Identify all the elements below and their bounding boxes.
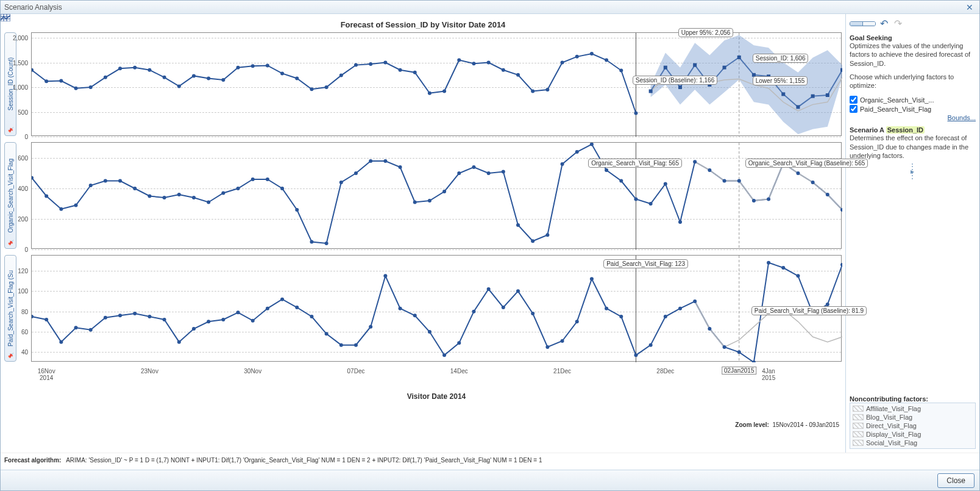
svg-point-81 (325, 242, 328, 245)
goal-seeking-header: Goal Seeking (850, 34, 976, 41)
svg-point-14 (192, 74, 196, 77)
svg-point-168 (708, 327, 711, 331)
svg-point-31 (442, 90, 446, 93)
svg-point-163 (634, 353, 637, 357)
svg-point-109 (737, 179, 741, 183)
plot-panel: 05001,0001,5002,000Upper 95%: 2,056Sessi… (31, 32, 842, 136)
svg-point-38 (545, 88, 549, 91)
window-close-button[interactable]: ✕ (964, 2, 976, 12)
svg-point-153 (487, 287, 491, 291)
svg-point-110 (752, 199, 756, 202)
svg-point-63 (59, 207, 63, 211)
svg-point-166 (678, 307, 682, 310)
svg-point-126 (89, 328, 93, 332)
svg-point-32 (457, 59, 461, 62)
chart-view-button[interactable] (850, 22, 863, 26)
svg-point-143 (339, 343, 343, 347)
svg-point-22 (310, 87, 313, 91)
svg-point-129 (133, 312, 137, 315)
svg-point-173 (781, 266, 785, 270)
svg-rect-57 (826, 93, 829, 97)
noncontributing-list: Affiliate_Visit_FlagBlog_Visit_FlagDirec… (850, 403, 976, 449)
svg-point-104 (664, 182, 667, 186)
svg-point-98 (575, 150, 579, 154)
svg-point-76 (251, 177, 255, 181)
close-button[interactable]: Close (937, 473, 975, 488)
svg-point-39 (561, 61, 564, 65)
optimize-factor-2-checkbox[interactable] (850, 105, 857, 113)
svg-point-160 (590, 277, 594, 281)
redo-button[interactable]: ↷ (892, 18, 904, 29)
optimize-factor-2[interactable]: Paid_Search_Visit_Flag (850, 105, 976, 113)
svg-point-78 (280, 187, 284, 190)
svg-point-140 (295, 306, 299, 309)
svg-point-30 (428, 91, 431, 95)
svg-point-71 (177, 193, 181, 196)
scenario-description: Determines the effect on the forecast of… (850, 134, 976, 160)
svg-point-106 (693, 160, 697, 163)
svg-point-95 (531, 239, 534, 243)
undo-button[interactable]: ↶ (878, 18, 890, 29)
optimize-factor-1-checkbox[interactable] (850, 96, 857, 104)
svg-point-74 (221, 192, 225, 195)
svg-point-77 (266, 177, 269, 181)
svg-rect-46 (664, 66, 667, 70)
svg-point-85 (383, 159, 387, 163)
noncontributing-item: Blog_Visit_Flag (853, 413, 973, 421)
table-view-button[interactable] (863, 22, 875, 26)
svg-point-155 (516, 289, 520, 293)
svg-point-122 (32, 315, 34, 318)
svg-marker-2 (651, 35, 842, 134)
svg-point-7 (89, 85, 93, 89)
svg-point-37 (531, 90, 534, 93)
svg-point-10 (133, 66, 137, 70)
svg-point-33 (472, 62, 475, 65)
svg-point-65 (89, 184, 93, 187)
side-panel: ↶ ↷ Goal Seeking Optimizes the values of… (845, 14, 979, 453)
svg-point-172 (767, 261, 770, 265)
svg-rect-51 (737, 56, 741, 59)
svg-rect-47 (678, 85, 682, 89)
view-toolbar: ↶ ↷ (850, 18, 976, 29)
noncontributing-item: Display_Visit_Flag (853, 430, 973, 439)
svg-point-145 (369, 325, 372, 329)
forecast-algorithm-label: Forecast algorithm: (4, 457, 61, 464)
svg-point-125 (74, 326, 78, 329)
svg-point-23 (325, 85, 328, 89)
svg-point-9 (118, 66, 122, 70)
svg-point-11 (147, 68, 151, 72)
svg-point-131 (163, 318, 166, 321)
svg-rect-50 (723, 66, 726, 70)
svg-point-167 (693, 299, 697, 303)
svg-point-146 (383, 274, 387, 278)
x-axis-title: Visitor Date 2014 (32, 392, 841, 401)
svg-rect-45 (649, 90, 653, 93)
svg-point-108 (723, 179, 726, 183)
svg-point-42 (605, 59, 608, 62)
svg-point-105 (678, 220, 682, 224)
svg-point-144 (354, 343, 358, 347)
svg-point-86 (399, 165, 402, 169)
optimize-factor-1[interactable]: Organic_Search_Visit_... (850, 96, 976, 104)
noncontributing-item: Social_Visit_Flag (853, 439, 973, 447)
svg-point-177 (840, 263, 842, 267)
title-bar: Scenario Analysis ✕ (1, 1, 979, 14)
svg-point-84 (369, 159, 372, 163)
svg-point-44 (634, 112, 637, 115)
callout-paid: Paid_Search_Visit_Flag: 123 (603, 259, 688, 268)
bounds-link[interactable]: Bounds... (948, 114, 976, 121)
svg-point-159 (575, 320, 579, 323)
noncontributing-item: Affiliate_Visit_Flag (853, 404, 973, 413)
dialog-footer: Close (1, 470, 979, 490)
svg-point-101 (619, 179, 623, 183)
optimize-factor-1-label: Organic_Search_Visit_... (860, 96, 934, 104)
svg-point-34 (487, 61, 491, 65)
svg-point-137 (251, 319, 255, 323)
svg-point-152 (472, 310, 475, 314)
svg-point-94 (516, 223, 520, 227)
panel-resize-handle[interactable]: ⋮▸⋮ (850, 165, 976, 178)
callout-paid-baseline: Paid_Search_Visit_Flag (Baseline): 81.9 (751, 306, 867, 315)
svg-point-5 (59, 79, 63, 83)
svg-point-79 (295, 208, 299, 212)
svg-point-82 (339, 181, 343, 184)
